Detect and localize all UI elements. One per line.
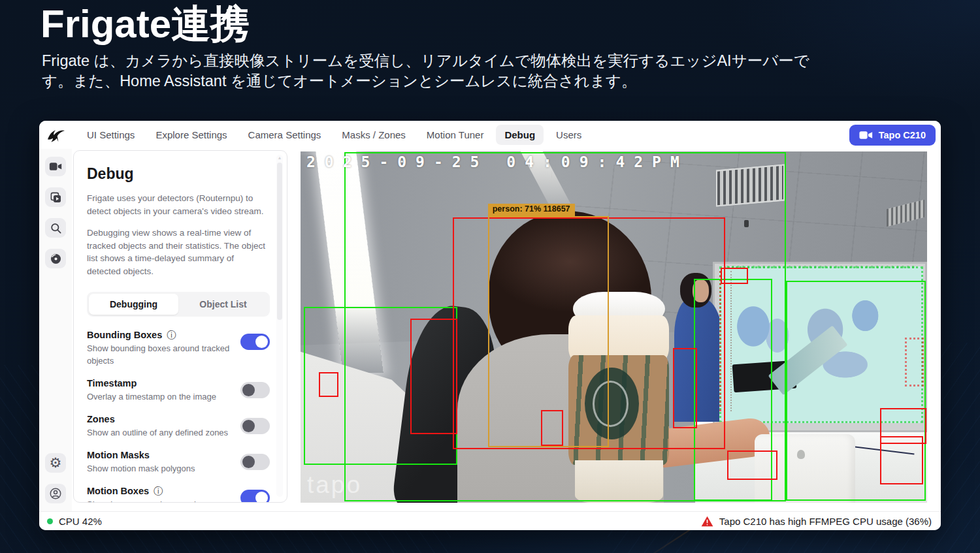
slide-header: Frigate連携 Frigate は、カメラから直接映像ストリームを受信し、リ… [41,3,836,91]
camera-button-label: Tapo C210 [879,130,926,140]
scene-person-man-body [674,299,725,422]
camera-select-button[interactable]: Tapo C210 [849,125,936,146]
debug-settings-list: Bounding Boxes ⓘ Show bounding boxes aro… [87,330,270,503]
setting-label: Timestamp [87,378,137,388]
setting-text: Bounding Boxes ⓘ Show bounding boxes aro… [87,330,234,366]
sidebar-rail: ⚙ [39,149,72,511]
cup-logo-ring [593,381,629,427]
panel-description-2: Debugging view shows a real-time view of… [87,227,270,277]
sidebar-item-live[interactable] [45,157,66,176]
toggle-knob [242,384,255,396]
scene-air-vent [716,165,785,208]
nav-tab-debug[interactable]: Debug [496,125,544,145]
review-icon [50,191,62,204]
scrollbar-thumb[interactable] [277,163,282,320]
setting-text: Motion Masks ⓘ Show motion mask polygons [87,450,195,475]
panel-tab-object-list[interactable]: Object List [178,294,268,315]
toggle-switch[interactable] [240,382,270,398]
sidebar-item-account[interactable] [45,484,66,503]
account-icon [49,487,62,500]
scene-sprinkler [744,220,749,227]
toggle-knob [242,420,255,432]
toggle-switch[interactable] [240,454,270,470]
status-bar: CPU 42% Tapo C210 has high FFMPEG CPU us… [39,511,941,530]
apple-logo-mark [797,450,805,459]
nav-tab-users[interactable]: Users [547,125,590,145]
frigate-bird-icon [46,127,66,144]
scene-mac-computer [755,434,855,503]
sidebar-item-review[interactable] [45,187,66,207]
setting-label: Bounding Boxes [87,330,162,340]
nav-tab-label: Masks / Zones [342,129,406,140]
nav-tab-ui-settings[interactable]: UI Settings [78,125,143,145]
setting-text: Motion Boxes ⓘ Show boxes around areas w… [87,486,234,503]
export-disc-icon [50,253,62,265]
cpu-usage-text: CPU 42% [59,516,102,527]
nav-tab-camera-settings[interactable]: Camera Settings [240,125,330,145]
toggle-switch[interactable] [240,334,270,350]
setting-description: Show bounding boxes around tracked objec… [87,343,234,366]
video-camera-icon [859,131,873,140]
setting-text: Zones ⓘ Show an outline of any defined z… [87,414,228,439]
setting-timestamp: Timestamp ⓘ Overlay a timestamp on the i… [87,378,270,403]
app-body: ⚙ Debug Frigate uses your detectors (Rou… [39,149,941,511]
setting-description: Show motion mask polygons [87,463,195,475]
top-navigation-bar: UI SettingsExplore SettingsCamera Settin… [39,121,941,149]
info-icon[interactable]: ⓘ [154,486,163,496]
detection-label: person: 71% 118657 [488,204,575,216]
nav-tabs: UI SettingsExplore SettingsCamera Settin… [78,125,590,145]
info-icon[interactable]: ⓘ [167,330,176,340]
status-dot-icon [47,518,53,524]
toggle-knob [255,336,268,348]
camera-timestamp-overlay: 2025-09-25 04:09:42PM [306,153,689,170]
setting-bounding-boxes: Bounding Boxes ⓘ Show bounding boxes aro… [87,330,270,366]
cpu-status: CPU 42% [47,516,102,527]
scene-motion-speckles [727,266,915,274]
nav-tab-label: UI Settings [87,129,135,140]
nav-tab-label: Explore Settings [155,129,227,140]
camera-warning[interactable]: Tapo C210 has high FFMPEG CPU usage (36%… [701,516,932,527]
presentation-slide: Frigate連携 Frigate は、カメラから直接映像ストリームを受信し、リ… [0,0,980,553]
nav-tab-explore-settings[interactable]: Explore Settings [147,125,235,145]
panel-tab-debugging[interactable]: Debugging [89,294,178,315]
panel-tab-group: DebuggingObject List [87,292,270,317]
nav-tab-label: Motion Tuner [427,129,484,140]
panel-scrollbar[interactable]: ▲ [276,155,283,497]
setting-description: Show boxes around areas where motion is … [87,499,234,503]
scene-coffee-cup [568,292,668,503]
setting-label: Zones [87,414,115,424]
nav-tab-label: Users [556,129,581,140]
tapo-watermark: tapo [307,471,362,499]
frigate-logo[interactable] [39,127,73,144]
scene-motion-speckles [905,338,924,387]
live-camera-icon [49,161,62,172]
slide-title: Frigate連携 [41,3,836,46]
sidebar-item-export[interactable] [45,249,66,268]
toggle-switch[interactable] [240,490,270,503]
toggle-switch[interactable] [240,418,270,434]
setting-label: Motion Masks [87,450,150,460]
panel-tab-label: Object List [199,299,246,309]
setting-text: Timestamp ⓘ Overlay a timestamp on the i… [87,378,216,403]
sidebar-item-settings[interactable]: ⚙ [45,453,66,473]
debug-settings-panel: Debug Frigate uses your detectors (Route… [73,150,287,503]
settings-gear-icon: ⚙ [50,456,62,470]
frigate-app-window: UI SettingsExplore SettingsCamera Settin… [39,121,941,530]
warning-text: Tapo C210 has high FFMPEG CPU usage (36%… [719,516,932,527]
warning-triangle-icon [701,516,713,527]
nav-tab-label: Camera Settings [248,129,321,140]
setting-label: Motion Boxes [87,486,149,496]
toggle-knob [255,492,268,503]
camera-debug-view: person: 71% 118657 2025-09-25 04:09:42PM… [301,151,927,503]
panel-description-1: Frigate uses your detectors (Routernpu) … [87,192,270,217]
setting-zones: Zones ⓘ Show an outline of any defined z… [87,414,270,439]
cup-base [575,460,663,503]
nav-tab-motion-tuner[interactable]: Motion Tuner [418,125,493,145]
setting-description: Show an outline of any defined zones [87,427,228,439]
sidebar-item-search[interactable] [45,218,66,238]
scroll-up-arrow-icon[interactable]: ▲ [276,155,283,160]
nav-tab-label: Debug [504,129,535,140]
panel-title: Debug [87,165,270,183]
toggle-knob [242,456,255,468]
nav-tab-masks-zones[interactable]: Masks / Zones [333,125,414,145]
